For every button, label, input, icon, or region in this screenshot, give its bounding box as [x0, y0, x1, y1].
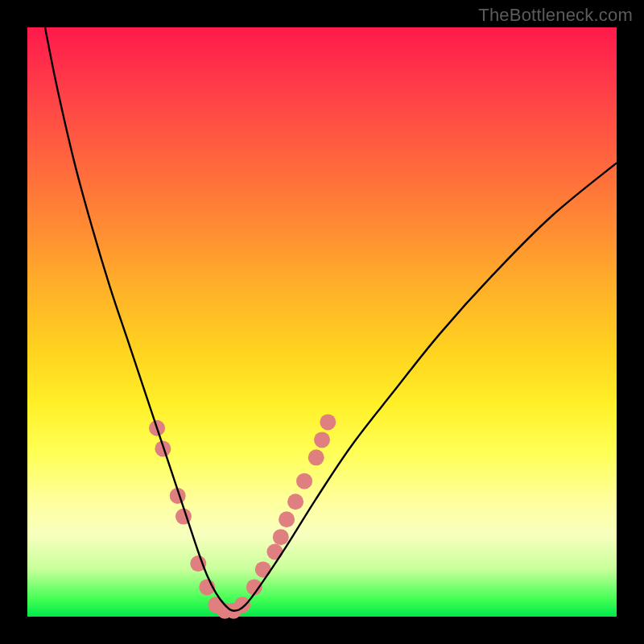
highlight-dot [266, 543, 283, 559]
bottleneck-curve-path [45, 27, 617, 611]
highlight-dot [320, 414, 336, 430]
highlight-dot [279, 511, 295, 527]
highlight-dot [314, 431, 330, 448]
chart-frame: TheBottleneck.com [0, 0, 644, 644]
chart-svg [27, 27, 617, 617]
highlight-dot [287, 493, 303, 510]
highlight-dot [308, 449, 324, 465]
markers-group [149, 414, 336, 618]
watermark-text: TheBottleneck.com [478, 5, 633, 26]
highlight-dot [255, 561, 271, 577]
highlight-dot [296, 473, 312, 489]
highlight-dot [273, 529, 289, 545]
plot-area [27, 27, 617, 617]
